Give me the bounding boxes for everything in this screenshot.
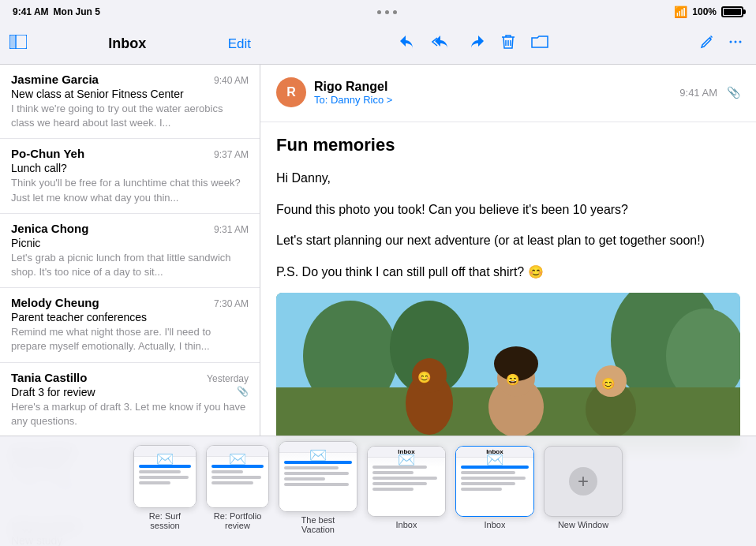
window-thumb-vacation[interactable]: ✉️ The bestVacation: [279, 441, 357, 534]
reply-icon[interactable]: [399, 35, 416, 53]
status-time: 9:41 AM: [13, 6, 49, 17]
compose-icon[interactable]: [699, 34, 715, 54]
dot-1: [377, 10, 381, 14]
top-toolbar: Inbox Edit: [0, 24, 756, 65]
forward-icon[interactable]: [468, 35, 485, 53]
window-thumb-inbox2[interactable]: Inbox ✉️ Inbox: [455, 446, 534, 529]
mail-item[interactable]: Jenica Chong 9:31 AM Picnic Let's grab a…: [0, 214, 260, 288]
email-attachment-icon: 📎: [727, 86, 740, 99]
mail-item[interactable]: Po-Chun Yeh 9:37 AM Lunch call? Think yo…: [0, 139, 260, 213]
folder-icon[interactable]: [531, 35, 548, 53]
svg-rect-0: [9, 35, 15, 49]
email-time: 9:41 AM: [679, 87, 717, 99]
window-label-inbox2: Inbox: [485, 520, 506, 529]
toolbar-right: [687, 34, 756, 54]
dot-3: [393, 10, 397, 14]
svg-text:😄: 😄: [506, 373, 520, 387]
mail-badge-icon: ✉️: [156, 451, 174, 467]
attachment-icon: 📎: [237, 386, 249, 398]
window-label-portfolio: Re: Portfolioreview: [214, 511, 262, 530]
email-body-text: Hi Danny, Found this photo you took! Can…: [276, 168, 740, 282]
status-bar: 9:41 AM Mon Jun 5 📶 100%: [0, 0, 756, 24]
status-bar-left: 9:41 AM Mon Jun 5: [13, 6, 100, 17]
email-photo: 😊 😄 😊: [276, 293, 740, 451]
email-header: R Rigo Rangel To: Danny Rico > 9:41 AM 📎: [260, 65, 756, 122]
svg-text:😊: 😊: [417, 371, 432, 384]
avatar: R: [276, 77, 306, 107]
window-thumb-new[interactable]: + New Window: [544, 446, 623, 529]
mail-badge-icon: ✉️: [309, 447, 327, 463]
mail-item[interactable]: Jasmine Garcia 9:40 AM New class at Seni…: [0, 65, 260, 139]
more-icon[interactable]: [728, 34, 743, 54]
dot-2: [385, 10, 389, 14]
email-subject: Fun memories: [276, 135, 740, 155]
status-bar-right: 📶 100%: [674, 6, 743, 18]
status-bar-center: [377, 10, 397, 14]
trash-icon[interactable]: [501, 34, 515, 54]
battery-percent: 100%: [692, 6, 717, 17]
svg-point-7: [739, 41, 742, 43]
toolbar-left: Inbox Edit: [0, 35, 260, 53]
window-thumb-inbox1[interactable]: Inbox ✉️ Inbox: [367, 446, 446, 529]
window-label-inbox1: Inbox: [396, 520, 417, 529]
window-thumb-portfolio[interactable]: ✉️ Re: Portfolioreview: [206, 445, 269, 530]
svg-point-6: [735, 41, 737, 43]
battery-fill: [724, 9, 741, 15]
battery-icon: [721, 6, 743, 17]
wifi-icon: 📶: [674, 6, 687, 18]
svg-text:😊: 😊: [601, 377, 616, 391]
mail-item[interactable]: Tania Castillo Yesterday Draft 3 for rev…: [0, 363, 260, 437]
status-day: Mon Jun 5: [54, 6, 100, 17]
new-window-plus: +: [569, 467, 597, 496]
multitask-bar: ✉️ Re: Surfsession ✉️ Re: Portfoliorev: [0, 436, 756, 546]
mail-badge-icon: ✉️: [398, 452, 415, 468]
window-label-surf: Re: Surfsession: [149, 511, 181, 530]
email-sender-name: Rigo Rangel: [314, 80, 392, 94]
window-thumb-surf[interactable]: ✉️ Re: Surfsession: [133, 445, 196, 530]
window-label-vacation: The bestVacation: [301, 515, 335, 534]
mail-item[interactable]: Melody Cheung 7:30 AM Parent teacher con…: [0, 288, 260, 362]
toolbar-center: [260, 34, 687, 54]
svg-point-8: [730, 41, 732, 43]
sidebar-icon[interactable]: [9, 35, 27, 53]
edit-button[interactable]: Edit: [228, 36, 251, 52]
reply-all-icon[interactable]: [432, 35, 452, 53]
inbox-title: Inbox: [36, 36, 219, 52]
mail-badge-icon: ✉️: [229, 451, 246, 467]
email-to[interactable]: To: Danny Rico >: [314, 94, 392, 106]
mail-badge-icon: ✉️: [486, 452, 503, 468]
window-label-new: New Window: [558, 520, 608, 529]
